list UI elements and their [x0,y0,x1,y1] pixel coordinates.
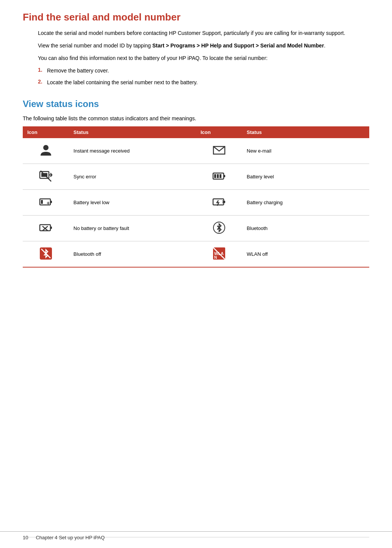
table-header-row: Icon Status Icon Status [23,126,369,138]
status-instant-message: Instant message received [69,138,196,164]
svg-point-0 [43,145,49,150]
step-2: 2. Locate the label containing the seria… [38,79,369,87]
para2-prefix: View the serial number and model ID by t… [38,43,152,49]
para3: You can also find this information next … [38,54,369,62]
svg-rect-13 [41,200,43,204]
svg-rect-10 [220,174,221,178]
col-icon1: Icon [23,126,69,138]
icon-cell-battery-low: + [23,190,69,216]
svg-rect-12 [50,201,52,203]
para2-suffix: . [324,43,326,49]
status-no-battery: No battery or battery fault [69,216,196,241]
icon-cell-person [23,138,69,164]
step-2-text: Locate the label containing the serial n… [47,79,198,87]
table-row: No battery or battery fault Bluetooth [23,216,369,241]
bluetooth-icon [212,221,226,235]
icon-cell-wlan-off: WLA N [196,241,242,268]
step-2-number: 2. [38,79,47,87]
bluetooth-off-icon [39,247,53,260]
person-icon [39,143,53,157]
step-1-text: Remove the battery cover. [47,67,109,75]
page-number: 10 [23,535,28,540]
status-bluetooth-off: Bluetooth off [69,241,196,268]
step-1: 1. Remove the battery cover. [38,67,369,75]
battery-low-icon: + [39,195,53,209]
table-row: Bluetooth off WLA N WLAN off [23,241,369,268]
svg-rect-7 [224,175,225,177]
status-wlan-off: WLAN off [242,241,369,268]
status-new-email: New e-mail [242,138,369,164]
icon-cell-bluetooth-off [23,241,69,268]
svg-rect-8 [214,174,216,178]
para2: View the serial number and model ID by t… [38,42,369,50]
section-title-status: View status icons [23,99,369,109]
battery-charging-icon [212,195,226,209]
col-icon2: Icon [196,126,242,138]
icon-cell-sync-error [23,164,69,190]
para1: Locate the serial and model numbers befo… [38,29,369,37]
col-status2: Status [242,126,369,138]
status-sync-error: Sync error [69,164,196,190]
svg-text:N: N [214,255,217,260]
section-title-serial: Find the serial and model number [23,11,369,23]
svg-rect-9 [217,174,219,178]
status-battery-charging: Battery charging [242,190,369,216]
icon-cell-battery-level [196,164,242,190]
svg-rect-19 [40,225,50,231]
table-intro: The following table lists the common sta… [23,115,369,123]
wlan-off-icon: WLA N [212,247,226,260]
status-bluetooth: Bluetooth [242,216,369,241]
svg-text:+: + [47,200,50,206]
icon-cell-bluetooth [196,216,242,241]
table-row: Sync error Battery level [23,164,369,190]
svg-rect-20 [50,227,52,229]
col-status1: Status [69,126,196,138]
icon-cell-no-battery [23,216,69,241]
step-1-number: 1. [38,67,47,75]
status-battery-low: Battery level low [69,190,196,216]
icon-cell-envelope [196,138,242,164]
table-row: + Battery level low Battery charging [23,190,369,216]
icon-cell-battery-charging [196,190,242,216]
status-icons-table: Icon Status Icon Status Instant message … [23,126,369,268]
envelope-icon [212,143,226,157]
sync-error-icon [39,169,53,183]
table-row: Instant message received New e-mail [23,138,369,164]
status-battery-level: Battery level [242,164,369,190]
battery-level-icon [212,169,226,183]
no-battery-icon [39,221,53,235]
para2-bold: Start > Programs > HP Help and Support >… [152,43,324,49]
chapter-ref: Chapter 4 Set up your HP iPAQ [36,535,105,540]
